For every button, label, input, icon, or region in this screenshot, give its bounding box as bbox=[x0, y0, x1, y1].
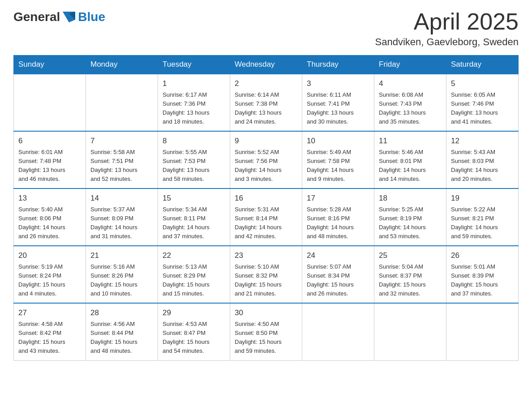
day-info: Sunrise: 5:37 AM Sunset: 8:09 PM Dayligh… bbox=[90, 205, 153, 241]
day-info: Sunrise: 5:01 AM Sunset: 8:39 PM Dayligh… bbox=[451, 262, 514, 299]
calendar-cell: 2Sunrise: 6:14 AM Sunset: 7:38 PM Daylig… bbox=[230, 74, 302, 131]
calendar-cell: 22Sunrise: 5:13 AM Sunset: 8:29 PM Dayli… bbox=[158, 246, 230, 303]
calendar-week-row: 13Sunrise: 5:40 AM Sunset: 8:06 PM Dayli… bbox=[14, 188, 519, 246]
calendar-week-row: 20Sunrise: 5:19 AM Sunset: 8:24 PM Dayli… bbox=[14, 246, 519, 303]
column-header-sunday: Sunday bbox=[14, 56, 86, 74]
day-info: Sunrise: 5:58 AM Sunset: 7:51 PM Dayligh… bbox=[90, 148, 153, 184]
day-info: Sunrise: 5:04 AM Sunset: 8:37 PM Dayligh… bbox=[379, 262, 442, 299]
day-number: 12 bbox=[451, 135, 514, 147]
calendar-cell: 30Sunrise: 4:50 AM Sunset: 8:50 PM Dayli… bbox=[230, 303, 302, 360]
day-info: Sunrise: 5:13 AM Sunset: 8:29 PM Dayligh… bbox=[163, 262, 225, 299]
calendar-cell: 13Sunrise: 5:40 AM Sunset: 8:06 PM Dayli… bbox=[14, 188, 86, 246]
day-info: Sunrise: 5:43 AM Sunset: 8:03 PM Dayligh… bbox=[451, 148, 514, 184]
column-header-tuesday: Tuesday bbox=[158, 56, 230, 74]
calendar-cell: 8Sunrise: 5:55 AM Sunset: 7:53 PM Daylig… bbox=[158, 131, 230, 188]
day-info: Sunrise: 5:10 AM Sunset: 8:32 PM Dayligh… bbox=[235, 262, 297, 299]
day-info: Sunrise: 5:31 AM Sunset: 8:14 PM Dayligh… bbox=[235, 205, 297, 241]
day-info: Sunrise: 4:53 AM Sunset: 8:47 PM Dayligh… bbox=[163, 320, 225, 356]
day-number: 26 bbox=[451, 250, 514, 261]
day-number: 18 bbox=[379, 193, 442, 204]
day-number: 15 bbox=[163, 193, 225, 204]
day-info: Sunrise: 5:52 AM Sunset: 7:56 PM Dayligh… bbox=[235, 148, 297, 184]
day-number: 9 bbox=[235, 135, 297, 147]
day-info: Sunrise: 4:58 AM Sunset: 8:42 PM Dayligh… bbox=[18, 320, 81, 356]
day-number: 5 bbox=[451, 78, 514, 90]
day-info: Sunrise: 5:22 AM Sunset: 8:21 PM Dayligh… bbox=[451, 205, 514, 241]
day-number: 6 bbox=[18, 135, 81, 147]
day-number: 19 bbox=[451, 193, 514, 204]
calendar-header-row: SundayMondayTuesdayWednesdayThursdayFrid… bbox=[14, 56, 519, 74]
calendar-cell: 14Sunrise: 5:37 AM Sunset: 8:09 PM Dayli… bbox=[86, 188, 158, 246]
day-info: Sunrise: 5:16 AM Sunset: 8:26 PM Dayligh… bbox=[90, 262, 153, 299]
day-info: Sunrise: 6:05 AM Sunset: 7:46 PM Dayligh… bbox=[451, 90, 514, 127]
day-number: 25 bbox=[379, 250, 442, 261]
calendar-cell bbox=[446, 303, 519, 360]
calendar-cell: 20Sunrise: 5:19 AM Sunset: 8:24 PM Dayli… bbox=[14, 246, 86, 303]
calendar-cell: 7Sunrise: 5:58 AM Sunset: 7:51 PM Daylig… bbox=[86, 131, 158, 188]
day-info: Sunrise: 4:50 AM Sunset: 8:50 PM Dayligh… bbox=[235, 320, 297, 356]
day-number: 8 bbox=[163, 135, 225, 147]
calendar-cell: 28Sunrise: 4:56 AM Sunset: 8:44 PM Dayli… bbox=[86, 303, 158, 360]
logo-general-text: General bbox=[13, 10, 60, 24]
day-number: 23 bbox=[235, 250, 297, 261]
calendar-cell: 9Sunrise: 5:52 AM Sunset: 7:56 PM Daylig… bbox=[230, 131, 302, 188]
day-number: 13 bbox=[18, 193, 81, 204]
header: General Blue April 2025 Sandviken, Gaevl… bbox=[13, 9, 519, 48]
calendar-cell: 19Sunrise: 5:22 AM Sunset: 8:21 PM Dayli… bbox=[446, 188, 519, 246]
day-number: 3 bbox=[307, 78, 369, 90]
day-info: Sunrise: 5:28 AM Sunset: 8:16 PM Dayligh… bbox=[307, 205, 369, 241]
calendar-cell: 10Sunrise: 5:49 AM Sunset: 7:58 PM Dayli… bbox=[302, 131, 374, 188]
day-info: Sunrise: 5:25 AM Sunset: 8:19 PM Dayligh… bbox=[379, 205, 442, 241]
calendar-cell bbox=[374, 303, 446, 360]
calendar-cell: 25Sunrise: 5:04 AM Sunset: 8:37 PM Dayli… bbox=[374, 246, 446, 303]
day-number: 27 bbox=[18, 307, 81, 319]
day-info: Sunrise: 6:08 AM Sunset: 7:43 PM Dayligh… bbox=[379, 90, 442, 127]
calendar-cell: 5Sunrise: 6:05 AM Sunset: 7:46 PM Daylig… bbox=[446, 74, 519, 131]
calendar-cell: 4Sunrise: 6:08 AM Sunset: 7:43 PM Daylig… bbox=[374, 74, 446, 131]
day-info: Sunrise: 5:07 AM Sunset: 8:34 PM Dayligh… bbox=[307, 262, 369, 299]
calendar-cell: 18Sunrise: 5:25 AM Sunset: 8:19 PM Dayli… bbox=[374, 188, 446, 246]
day-info: Sunrise: 6:17 AM Sunset: 7:36 PM Dayligh… bbox=[163, 90, 225, 127]
calendar-week-row: 6Sunrise: 6:01 AM Sunset: 7:48 PM Daylig… bbox=[14, 131, 519, 188]
calendar-cell: 29Sunrise: 4:53 AM Sunset: 8:47 PM Dayli… bbox=[158, 303, 230, 360]
day-info: Sunrise: 6:11 AM Sunset: 7:41 PM Dayligh… bbox=[307, 90, 369, 127]
day-number: 4 bbox=[379, 78, 442, 90]
column-header-friday: Friday bbox=[374, 56, 446, 74]
calendar: SundayMondayTuesdayWednesdayThursdayFrid… bbox=[13, 55, 519, 360]
day-info: Sunrise: 5:19 AM Sunset: 8:24 PM Dayligh… bbox=[18, 262, 81, 299]
day-info: Sunrise: 5:49 AM Sunset: 7:58 PM Dayligh… bbox=[307, 148, 369, 184]
day-info: Sunrise: 5:40 AM Sunset: 8:06 PM Dayligh… bbox=[18, 205, 81, 241]
day-number: 30 bbox=[235, 307, 297, 319]
calendar-cell: 27Sunrise: 4:58 AM Sunset: 8:42 PM Dayli… bbox=[14, 303, 86, 360]
column-header-monday: Monday bbox=[86, 56, 158, 74]
title-area: April 2025 Sandviken, Gaevleborg, Sweden bbox=[375, 9, 519, 48]
day-info: Sunrise: 5:34 AM Sunset: 8:11 PM Dayligh… bbox=[163, 205, 225, 241]
calendar-week-row: 1Sunrise: 6:17 AM Sunset: 7:36 PM Daylig… bbox=[14, 74, 519, 131]
logo: General Blue bbox=[13, 9, 105, 25]
day-number: 11 bbox=[379, 135, 442, 147]
day-number: 2 bbox=[235, 78, 297, 90]
calendar-cell: 23Sunrise: 5:10 AM Sunset: 8:32 PM Dayli… bbox=[230, 246, 302, 303]
calendar-week-row: 27Sunrise: 4:58 AM Sunset: 8:42 PM Dayli… bbox=[14, 303, 519, 360]
day-number: 24 bbox=[307, 250, 369, 261]
calendar-cell: 15Sunrise: 5:34 AM Sunset: 8:11 PM Dayli… bbox=[158, 188, 230, 246]
day-info: Sunrise: 4:56 AM Sunset: 8:44 PM Dayligh… bbox=[90, 320, 153, 356]
day-number: 28 bbox=[90, 307, 153, 319]
calendar-cell: 26Sunrise: 5:01 AM Sunset: 8:39 PM Dayli… bbox=[446, 246, 519, 303]
day-info: Sunrise: 6:14 AM Sunset: 7:38 PM Dayligh… bbox=[235, 90, 297, 127]
calendar-cell: 1Sunrise: 6:17 AM Sunset: 7:36 PM Daylig… bbox=[158, 74, 230, 131]
calendar-cell bbox=[86, 74, 158, 131]
logo-blue-text: Blue bbox=[78, 10, 105, 24]
day-number: 21 bbox=[90, 250, 153, 261]
day-number: 20 bbox=[18, 250, 81, 261]
calendar-cell: 3Sunrise: 6:11 AM Sunset: 7:41 PM Daylig… bbox=[302, 74, 374, 131]
calendar-cell: 21Sunrise: 5:16 AM Sunset: 8:26 PM Dayli… bbox=[86, 246, 158, 303]
calendar-cell bbox=[14, 74, 86, 131]
calendar-cell bbox=[302, 303, 374, 360]
logo-icon bbox=[61, 9, 77, 25]
calendar-cell: 17Sunrise: 5:28 AM Sunset: 8:16 PM Dayli… bbox=[302, 188, 374, 246]
calendar-cell: 16Sunrise: 5:31 AM Sunset: 8:14 PM Dayli… bbox=[230, 188, 302, 246]
page-title: April 2025 bbox=[375, 9, 519, 34]
day-number: 16 bbox=[235, 193, 297, 204]
day-number: 10 bbox=[307, 135, 369, 147]
